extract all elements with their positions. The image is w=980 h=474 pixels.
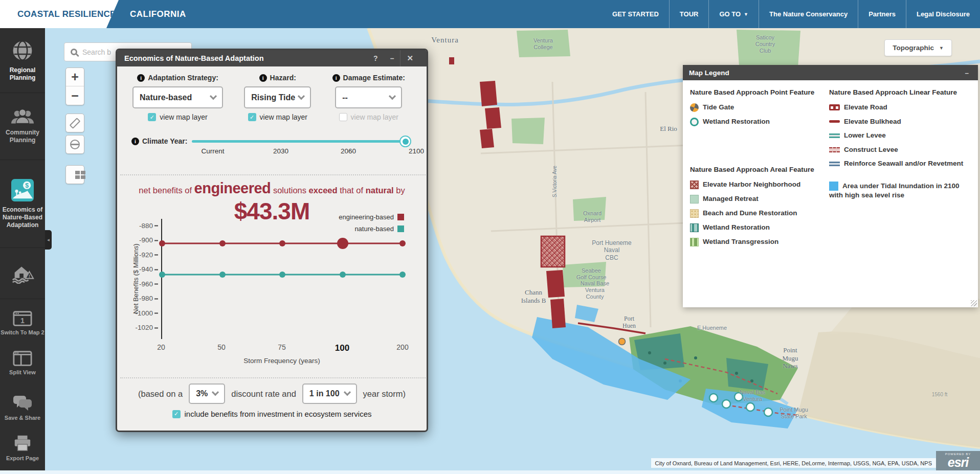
sidebar-item-label: Save & Share xyxy=(3,415,42,422)
printer-icon xyxy=(13,434,32,453)
sidebar-item-community-planning[interactable]: Community Planning xyxy=(0,93,45,160)
climate-year-slider-handle[interactable] xyxy=(399,136,411,147)
data-point[interactable] xyxy=(219,272,226,278)
map-window-1-icon: 1 xyxy=(13,310,32,327)
climate-year-control: iClimate Year: Current 2030 2060 2100 xyxy=(131,136,415,162)
info-icon[interactable]: i xyxy=(259,74,267,82)
sidebar-item-save-share[interactable]: Save & Share xyxy=(0,388,45,428)
map-label: Point Mugu State Park xyxy=(779,407,808,420)
info-icon[interactable]: i xyxy=(131,138,139,145)
ecosystem-label: include benefits from investment in ecos… xyxy=(185,410,372,418)
divider xyxy=(120,174,426,175)
search-icon xyxy=(71,49,77,55)
top-menu: GET STARTED TOUR GO TO▼ The Nature Conse… xyxy=(602,0,980,28)
view-map-layer-checkbox-1[interactable]: ✓view map layer xyxy=(148,113,207,121)
legend-item-reinforce-seawall: Reinforce Seawall and/or Revetment xyxy=(829,159,971,168)
sidebar-item-label: Export Page xyxy=(5,455,40,462)
discount-rate-select[interactable]: 3% xyxy=(189,383,225,404)
page-scrollbar-strip[interactable] xyxy=(0,470,980,474)
basemap-selector[interactable]: Topographic ▼ xyxy=(884,39,952,56)
nav-nature-conservancy[interactable]: The Nature Conservancy xyxy=(759,0,858,28)
brand-logo[interactable]: COASTAL RESILIENCE xyxy=(0,0,119,28)
legend-resize-handle[interactable] xyxy=(971,300,977,306)
storm-frequency-select[interactable]: 1 in 100 xyxy=(302,383,357,404)
data-point[interactable] xyxy=(399,272,406,278)
ecosystem-services-row: ✓ include benefits from investment in ec… xyxy=(117,410,427,418)
legend-title-bar[interactable]: Map Legend – xyxy=(683,65,978,80)
view-map-layer-checkbox-2[interactable]: ✓view map layer xyxy=(248,113,307,121)
basemap-label: Topographic xyxy=(893,44,934,52)
map-label: El Rio xyxy=(660,125,677,133)
map-label: Port Hueneme Naval CBC xyxy=(592,239,631,261)
footer-middle: discount rate and xyxy=(231,389,296,399)
dialog-title-bar[interactable]: Economics of Nature-Based Adaptation ? –… xyxy=(117,50,427,66)
basemap-grid-button[interactable] xyxy=(65,165,84,184)
elevate-bulkhead-icon xyxy=(829,120,840,123)
slider-tick-2030[interactable]: 2030 xyxy=(273,147,288,155)
map-label: Saticoy Country Club xyxy=(755,34,775,55)
dialog-close-button[interactable]: ✕ xyxy=(400,50,419,66)
data-point[interactable] xyxy=(279,240,285,246)
zoom-control: + − xyxy=(65,67,84,105)
tidal-inundation-icon xyxy=(829,182,838,191)
chevron-down-icon xyxy=(389,93,396,100)
grid-icon xyxy=(75,171,80,174)
climate-year-slider[interactable] xyxy=(192,140,406,143)
slider-tick-2100[interactable]: 2100 xyxy=(409,147,424,155)
measure-tool-button[interactable] xyxy=(65,114,84,132)
chart-headline: net benefits of engineered solutions exc… xyxy=(117,180,427,197)
legend-item-elevate-bulkhead: Elevate Bulkhead xyxy=(829,117,971,126)
data-point[interactable] xyxy=(337,238,348,249)
brand-text: COASTAL RESILIENCE xyxy=(17,9,116,19)
hazard-select[interactable]: Rising Tide xyxy=(244,86,311,108)
adaptation-strategy-select[interactable]: Nature-based xyxy=(132,86,223,108)
footer-suffix: year storm) xyxy=(363,389,406,399)
map-label: E.Hueneme xyxy=(697,325,727,331)
sidebar-item-economics[interactable]: $ Economics of Nature-Based Adaptation xyxy=(0,160,45,248)
map-label: 1560 ft xyxy=(932,392,948,398)
beach-dune-icon xyxy=(690,209,699,218)
nav-get-started[interactable]: GET STARTED xyxy=(602,0,669,28)
nav-tour[interactable]: TOUR xyxy=(669,0,709,28)
chevron-down-icon xyxy=(210,93,217,100)
sidebar-collapse-arrow[interactable]: ◄ xyxy=(45,230,52,250)
data-point[interactable] xyxy=(340,272,346,278)
sidebar-item-regional-planning[interactable]: Regional Planning xyxy=(0,28,45,93)
legend-item-beach-dune: Beach and Dune Restoration xyxy=(690,209,824,218)
data-point[interactable] xyxy=(159,272,165,278)
legend-item-elevate-harbor: Elevate Harbor Neighborhood xyxy=(690,180,824,189)
ruler-icon xyxy=(70,118,81,129)
zoom-in-button[interactable]: + xyxy=(66,68,84,86)
slider-tick-2060[interactable]: 2060 xyxy=(341,147,356,155)
overview-globe-button[interactable] xyxy=(65,135,84,154)
info-icon[interactable]: i xyxy=(332,74,340,82)
divider xyxy=(120,377,426,378)
sidebar-item-switch-map[interactable]: 1 Switch To Map 2 xyxy=(0,303,45,343)
damage-estimate-select[interactable]: -- xyxy=(335,86,402,108)
nav-legal-disclosure[interactable]: Legal Disclosure xyxy=(906,0,980,28)
nav-partners[interactable]: Partners xyxy=(858,0,906,28)
ecosystem-checkbox[interactable]: ✓ xyxy=(172,410,181,418)
data-point[interactable] xyxy=(399,240,406,246)
info-icon[interactable]: i xyxy=(137,74,145,82)
map-legend-panel: Map Legend – Nature Based Approach Point… xyxy=(683,65,978,307)
sidebar-item-split-view[interactable]: Split View xyxy=(0,343,45,383)
dialog-footer-row: (based on a 3% discount rate and 1 in 10… xyxy=(117,383,427,404)
legend-body: Nature Based Approach Point Feature Tide… xyxy=(683,80,978,249)
nav-go-to[interactable]: GO TO▼ xyxy=(708,0,759,28)
dialog-help-button[interactable]: ? xyxy=(367,50,384,66)
dialog-minimize-button[interactable]: – xyxy=(384,50,400,66)
sidebar-item-flood-hazard[interactable]: ! xyxy=(0,248,45,299)
legend-item-tide-gate: Tide Gate xyxy=(690,103,824,112)
view-map-layer-checkbox-3: view map layer xyxy=(339,113,398,121)
slider-tick-current[interactable]: Current xyxy=(201,147,224,155)
map-label: Point Mugu Naws xyxy=(782,346,798,370)
sidebar-item-export-page[interactable]: Export Page xyxy=(0,428,45,468)
zoom-out-button[interactable]: − xyxy=(66,86,84,105)
legend-minimize-button[interactable]: – xyxy=(962,69,972,77)
data-point[interactable] xyxy=(219,240,226,246)
elevate-harbor-icon xyxy=(690,180,699,189)
damage-estimate-label: iDamage Estimate: xyxy=(332,74,405,82)
data-point[interactable] xyxy=(159,240,165,246)
data-point[interactable] xyxy=(279,272,285,278)
